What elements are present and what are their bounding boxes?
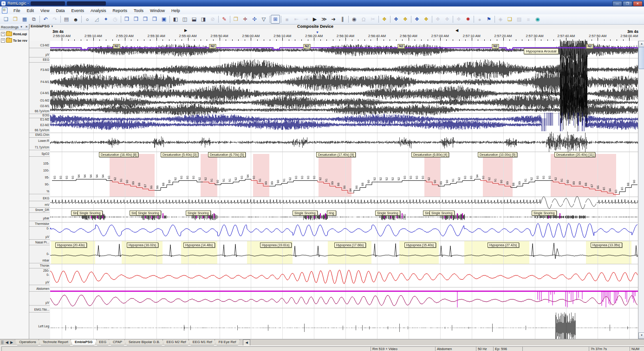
snore-event-label[interactable]: Single Snoring — [186, 211, 211, 216]
sheet-tab-operations[interactable]: Operations — [15, 339, 40, 345]
event-gray-3-icon[interactable]: ❖ — [454, 15, 463, 24]
hypopnea-event-label[interactable]: Hypopnea (27.42s) — [488, 243, 519, 248]
channel-label-66-7-v-cm[interactable]: 66.7µV/cm — [35, 128, 49, 132]
hypopnea-event-label[interactable]: Hypopnea (16.02s) — [127, 243, 158, 248]
menu-tools[interactable]: Tools — [130, 7, 147, 14]
menu-events[interactable]: Events — [68, 7, 87, 14]
compass-icon[interactable]: ✣ — [250, 15, 259, 24]
channel-label--v[interactable]: µV — [46, 53, 49, 56]
new-file-icon[interactable]: ❏ — [1, 15, 11, 24]
channel-label-e2-m2[interactable]: E2-M2 — [40, 123, 49, 127]
channel-label-eeg[interactable]: EEG — [43, 58, 49, 61]
pin-icon[interactable]: ✛ — [241, 15, 250, 24]
copy-icon[interactable]: ⧉ — [29, 15, 39, 24]
desaturation-event-label[interactable]: Desaturation (6.70s) [5] — [208, 152, 246, 157]
vertical-scrollbar[interactable]: ▲ ▼ — [638, 41, 644, 339]
channel-label-o2-m1[interactable]: O2-M1 — [40, 104, 49, 108]
sleep-stage-badge[interactable]: N2 — [113, 44, 120, 49]
chart-settings-icon[interactable]: ⊞ — [271, 15, 280, 24]
scroll-up-icon[interactable]: ▲ — [638, 41, 644, 47]
event-cursor-icon[interactable]: ✦ — [101, 15, 111, 24]
hypopnea-event-label[interactable]: Hypopnea (17.66s) — [334, 243, 366, 248]
hypopnea-event-label[interactable]: Hypopnea (20.43s) — [55, 243, 87, 248]
workspace-tab-emblapsg[interactable]: EmblaPSG ▼ — [31, 24, 53, 28]
channel-label-100-[interactable]: 100- — [43, 169, 49, 172]
snore-event-label-partial[interactable]: ring — [327, 211, 336, 216]
sheet-tab-f8-eye-ref[interactable]: F8 Eye Ref — [215, 339, 241, 345]
event-end-marker[interactable]: ◀ — [455, 29, 458, 32]
channel-label-250-[interactable]: 250- — [43, 269, 49, 272]
sleep-stage-badge[interactable]: N2 — [586, 44, 593, 49]
desaturation-event-label[interactable]: Desaturation (10.00s) [5] — [478, 152, 517, 157]
snore-event-label[interactable]: Single Snoring — [429, 211, 455, 216]
window-new-icon[interactable]: ❒ — [131, 15, 141, 24]
snore-event-label[interactable]: Single Snoring — [293, 211, 318, 216]
arousal-event-label[interactable]: Hypopnea Arousal — [524, 48, 559, 54]
menu-analysis[interactable]: Analysis — [87, 7, 110, 14]
channel-label-left-leg[interactable]: Left Leg — [39, 325, 50, 328]
channel-label--[interactable]: % — [46, 190, 49, 193]
sheet-tab-emblapsg[interactable]: EmblaPSG — [71, 339, 97, 345]
sheet-tab-cpap[interactable]: CPAP — [109, 339, 126, 345]
desaturation-event-label[interactable]: Desaturation (5.40s) [3] — [161, 152, 198, 157]
zoom-icon[interactable]: ○ — [83, 15, 92, 24]
menu-edit[interactable]: Edit — [24, 7, 38, 14]
open-folder-icon[interactable]: ❐ — [11, 15, 20, 24]
channel-label-0-[interactable]: 0- — [46, 273, 49, 276]
event-color-icon[interactable]: ✹ — [463, 15, 473, 24]
fast-forward-icon[interactable]: ≫ — [319, 15, 329, 24]
event-marker-1-icon[interactable]: ❖ — [380, 15, 389, 24]
channel-label-e1-m2[interactable]: E1-M2 — [40, 118, 49, 121]
stop-icon[interactable]: ■ — [282, 15, 292, 24]
menu-file[interactable]: File — [10, 7, 24, 14]
chevron-down-icon[interactable]: ▼ — [20, 26, 23, 28]
split-right-icon[interactable]: ◨ — [199, 15, 208, 24]
snore-event-label[interactable]: Single Snoring — [78, 211, 103, 216]
sleep-stage-badge[interactable]: N2 — [398, 44, 405, 49]
menu-help[interactable]: Help — [168, 7, 183, 14]
channel-label-o1-m2[interactable]: O1-M2 — [40, 99, 49, 102]
channel-label-spo2[interactable]: SpO2 — [41, 152, 49, 155]
channel-label-emg-tibi-[interactable]: EMG.Tibi... — [34, 308, 49, 311]
split-horiz-icon[interactable]: ⬓ — [189, 15, 199, 24]
channel-label-105-[interactable]: 105- — [43, 162, 49, 165]
desaturation-event-label[interactable]: Desaturation (17.40s) [9] — [316, 152, 356, 157]
window-video-icon[interactable]: ▣ — [159, 15, 169, 24]
no-split-icon[interactable]: ⊘ — [208, 15, 217, 24]
snore-event-label[interactable]: Single Snoring — [375, 211, 400, 216]
tree-item-0[interactable]: +RemLogi — [0, 31, 29, 37]
angle-icon[interactable]: ◿ — [92, 15, 101, 24]
maximize-button[interactable]: ❐ — [623, 1, 632, 6]
sheet-tab-eeg[interactable]: EEG — [95, 339, 111, 345]
blob-icon[interactable]: ● — [475, 15, 484, 24]
hypopnea-event-label[interactable]: Hypopnea (13.35s) — [591, 243, 622, 248]
channel-label-mv[interactable]: mV — [45, 203, 49, 206]
desaturation-event-label[interactable]: Desaturation (6.80s) [4] — [411, 152, 449, 157]
channel-label-c4-m1[interactable]: C4-M1 — [40, 91, 49, 95]
split-vert-icon[interactable]: ◫ — [180, 15, 189, 24]
channel-label-mbar[interactable]: mbar — [42, 259, 49, 262]
sheet-tab-technote-report[interactable]: Technote Report — [39, 339, 72, 345]
channel-label-f3-m2[interactable]: F3-M2 — [40, 68, 49, 71]
event-marker-5-icon[interactable]: ❖ — [422, 15, 431, 24]
scissors-icon[interactable]: ✂ — [368, 15, 377, 24]
event-gray-1-icon[interactable]: ❖ — [433, 15, 442, 24]
video-icon[interactable]: ◉ — [350, 15, 359, 24]
channel-label-0-[interactable]: 0- — [46, 227, 49, 230]
desaturation-event-label[interactable]: Desaturation (20.40s) [11] — [554, 152, 595, 157]
expand-icon[interactable]: + — [1, 32, 5, 36]
channel-label-ekg[interactable]: EKG — [43, 197, 49, 200]
scroll-down-icon[interactable]: ▼ — [638, 332, 644, 339]
play-icon[interactable]: ▶ — [310, 15, 319, 24]
scrollbar-thumb[interactable] — [638, 47, 644, 69]
tabstrip-more-button[interactable]: ◀ — [243, 339, 250, 346]
channel-label-nasal-pr-[interactable]: Nasal Pr... — [35, 241, 49, 244]
channel-label-f4-m1[interactable]: F4-M1 — [40, 80, 49, 83]
sleep-stage-badge[interactable]: N2 — [209, 44, 216, 49]
hypopnea-event-label[interactable]: Hypopnea (15.40s) — [404, 243, 436, 248]
note-icon[interactable]: ❏ — [505, 15, 514, 24]
sheet-tab-seizure-bipolar-d-b-[interactable]: Seizure Bipolar D.B. — [124, 339, 164, 345]
omega-icon[interactable]: Ω — [359, 15, 368, 24]
channel-label-thermistor[interactable]: Thermistor — [35, 222, 49, 225]
channel-label-snore-dr[interactable]: Snore_DR — [35, 208, 49, 211]
